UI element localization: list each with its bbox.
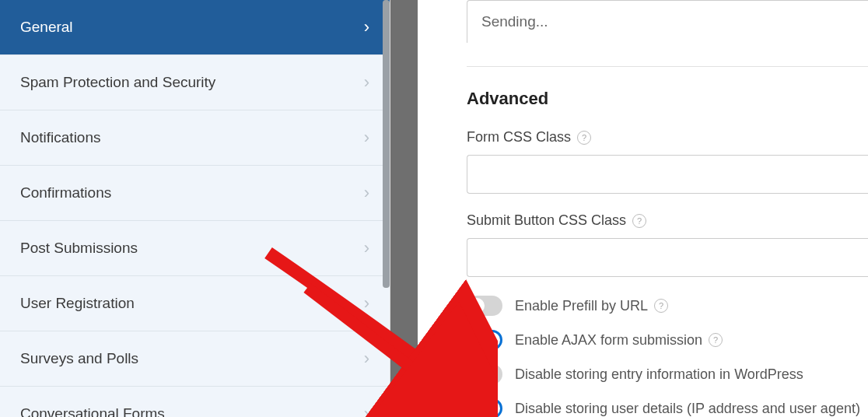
sidebar-item-confirmations[interactable]: Confirmations ›: [0, 166, 390, 221]
toggle-row-disable-entry: Disable storing entry information in Wor…: [467, 364, 868, 384]
sidebar-item-label: Conversational Forms: [20, 405, 165, 417]
help-icon[interactable]: ?: [709, 333, 723, 347]
sending-input[interactable]: [467, 0, 868, 43]
help-icon[interactable]: ?: [577, 131, 591, 145]
submit-css-label: Submit Button CSS Class ?: [467, 212, 868, 229]
sidebar-item-post-submissions[interactable]: Post Submissions ›: [0, 221, 390, 276]
chevron-right-icon: ›: [364, 293, 369, 314]
sidebar-item-label: Confirmations: [20, 184, 111, 201]
sidebar-item-user-registration[interactable]: User Registration ›: [0, 276, 390, 331]
help-icon[interactable]: ?: [654, 299, 668, 313]
form-css-label: Form CSS Class ?: [467, 129, 868, 145]
sidebar-item-label: General: [20, 19, 73, 36]
divider-light: [418, 0, 467, 417]
toggle-row-ajax: Enable AJAX form submission ?: [467, 330, 868, 350]
content-panel: Advanced Form CSS Class ? Submit Button …: [467, 0, 868, 417]
sidebar-item-label: Surveys and Polls: [20, 350, 138, 367]
chevron-right-icon: ›: [364, 238, 369, 258]
toggle-ajax[interactable]: [467, 330, 502, 350]
toggle-label: Disable storing user details (IP address…: [515, 401, 860, 417]
sidebar-scrollbar[interactable]: [383, 0, 390, 288]
divider: [467, 66, 868, 67]
chevron-right-icon: ›: [364, 72, 369, 93]
help-icon[interactable]: ?: [632, 214, 646, 228]
toggle-row-disable-user-details: Disable storing user details (IP address…: [467, 398, 868, 417]
sidebar-item-surveys-polls[interactable]: Surveys and Polls ›: [0, 331, 390, 387]
toggle-disable-entry[interactable]: [467, 364, 502, 384]
divider-dark: [390, 0, 418, 417]
sidebar-item-general[interactable]: General ›: [0, 0, 390, 55]
sidebar-item-label: Notifications: [20, 129, 101, 146]
sidebar-item-spam[interactable]: Spam Protection and Security ›: [0, 55, 390, 110]
form-css-input[interactable]: [467, 155, 868, 194]
sidebar-item-label: Spam Protection and Security: [20, 74, 215, 91]
toggle-label: Enable Prefill by URL ?: [515, 298, 668, 314]
chevron-right-icon: ›: [364, 128, 369, 148]
sidebar-item-label: User Registration: [20, 295, 135, 312]
sidebar-item-notifications[interactable]: Notifications ›: [0, 110, 390, 166]
chevron-right-icon: ›: [364, 17, 369, 37]
sidebar-item-label: Post Submissions: [20, 240, 138, 257]
toggle-row-prefill: Enable Prefill by URL ?: [467, 296, 868, 316]
toggle-prefill[interactable]: [467, 296, 502, 316]
toggle-disable-user-details[interactable]: [467, 398, 502, 417]
chevron-right-icon: ›: [364, 404, 369, 417]
toggle-label: Enable AJAX form submission ?: [515, 332, 723, 349]
submit-css-input[interactable]: [467, 238, 868, 277]
chevron-right-icon: ›: [364, 183, 369, 203]
chevron-right-icon: ›: [364, 349, 369, 369]
sidebar-item-conversational-forms[interactable]: Conversational Forms ›: [0, 387, 390, 417]
toggle-label: Disable storing entry information in Wor…: [515, 366, 803, 383]
advanced-heading: Advanced: [467, 89, 868, 109]
settings-sidebar: General › Spam Protection and Security ›…: [0, 0, 390, 417]
